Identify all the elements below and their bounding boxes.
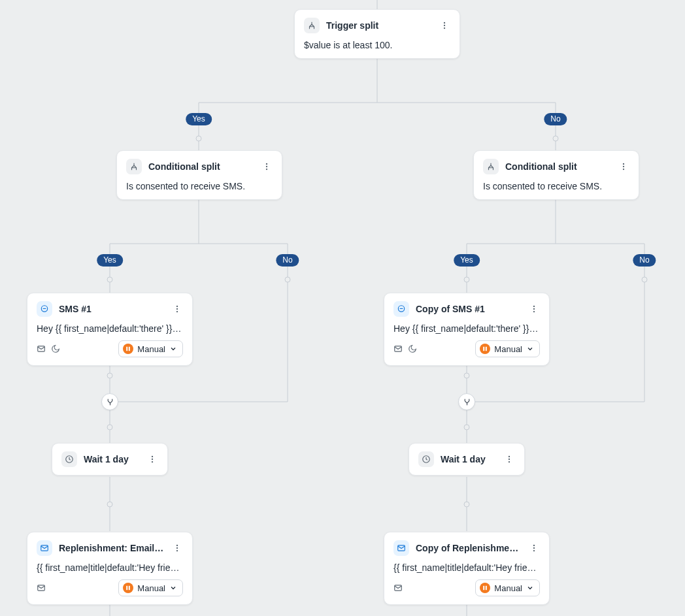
node-conditional-split[interactable]: Conditional split Is consented to receiv… [473,150,639,200]
svg-point-57 [509,459,510,460]
node-wait[interactable]: Wait 1 day [409,443,525,476]
email-icon [37,540,52,556]
svg-point-18 [107,425,112,430]
merge-node[interactable] [101,393,118,410]
svg-point-9 [107,277,112,282]
svg-point-62 [176,550,178,551]
node-conditional-split[interactable]: Conditional split Is consented to receiv… [116,150,282,200]
node-email[interactable]: Replenishment: Email #1 {{ first_name|ti… [27,532,193,605]
branch-badge-no: No [633,254,656,267]
pause-icon [123,583,133,593]
svg-point-45 [533,306,535,307]
branch-badge-no: No [544,113,567,125]
status-pill-manual[interactable]: Manual [475,340,540,357]
svg-point-5 [553,136,558,141]
clock-icon [418,451,434,467]
node-sms[interactable]: Copy of SMS #1 Hey {{ first_name|default… [384,293,550,366]
svg-rect-72 [486,586,487,590]
svg-point-61 [176,547,178,549]
quiet-hours-icon [408,344,417,353]
svg-point-60 [176,545,178,546]
pause-icon [480,583,490,593]
flow-canvas[interactable]: Yes No Yes No Yes No Trigger split $valu… [0,0,685,616]
svg-point-47 [533,311,535,312]
smart-send-icon [393,583,403,592]
svg-point-56 [509,456,510,457]
more-icon[interactable] [261,161,273,172]
node-title: Wait 1 day [441,454,497,464]
more-icon[interactable] [618,161,629,172]
split-icon [483,159,499,174]
pause-icon [480,344,490,354]
svg-point-67 [533,545,535,546]
svg-point-54 [152,461,153,462]
svg-rect-50 [486,347,487,351]
status-pill-manual[interactable]: Manual [118,340,183,357]
more-icon[interactable] [528,542,540,554]
merge-node[interactable] [458,393,475,410]
split-icon [126,159,142,174]
svg-point-68 [533,547,535,549]
sms-icon [393,301,409,317]
svg-point-29 [444,25,445,26]
node-desc: {{ first_name|title|default:'Hey friend'… [37,562,183,573]
more-icon[interactable] [503,453,515,465]
pause-icon [123,344,133,354]
svg-point-20 [107,502,112,507]
svg-point-36 [623,169,624,170]
sms-icon [37,301,52,317]
svg-rect-43 [129,347,130,351]
svg-rect-49 [484,347,485,351]
svg-point-26 [464,502,469,507]
svg-point-14 [464,277,469,282]
node-title: SMS #1 [59,304,165,314]
svg-rect-65 [129,586,130,590]
node-trigger-split[interactable]: Trigger split $value is at least 100. [294,9,460,59]
branch-badge-yes: Yes [97,254,123,267]
node-desc: $value is at least 100. [304,40,450,50]
svg-point-33 [266,169,267,170]
node-title: Conditional split [148,161,254,172]
node-desc: Hey {{ first_name|default:'there' }}, it… [393,323,540,334]
node-title: Copy of Replenishment: Em… [416,543,522,553]
svg-point-23 [464,373,469,378]
clock-icon [61,451,77,467]
more-icon[interactable] [171,303,183,315]
smart-send-icon [393,344,403,353]
svg-rect-71 [484,586,485,590]
node-desc: Is consented to receive SMS. [483,181,629,191]
svg-point-24 [464,425,469,430]
more-icon[interactable] [439,20,450,31]
quiet-hours-icon [51,344,60,353]
status-label: Manual [137,344,165,354]
chevron-down-icon [526,345,534,353]
status-label: Manual [494,344,522,354]
svg-point-32 [266,166,267,167]
chevron-down-icon [526,584,534,592]
svg-point-4 [196,136,201,141]
node-desc: Is consented to receive SMS. [126,181,273,191]
node-desc: {{ first_name|title|default:'Hey friend'… [393,562,540,573]
more-icon[interactable] [171,542,183,554]
more-icon[interactable] [528,303,540,315]
svg-point-35 [623,166,624,167]
chevron-down-icon [169,584,177,592]
node-desc: Hey {{ first_name|default:'there' }}, it… [37,323,183,334]
node-wait[interactable]: Wait 1 day [52,443,168,476]
status-pill-manual[interactable]: Manual [118,579,183,596]
svg-point-53 [152,459,153,460]
svg-point-69 [533,550,535,551]
node-email[interactable]: Copy of Replenishment: Em… {{ first_name… [384,532,550,605]
node-sms[interactable]: SMS #1 Hey {{ first_name|default:'there'… [27,293,193,366]
svg-point-46 [533,308,535,310]
smart-send-icon [37,344,46,353]
svg-rect-42 [127,347,128,351]
svg-point-39 [176,308,178,310]
svg-point-28 [444,22,445,24]
svg-point-17 [107,373,112,378]
node-title: Copy of SMS #1 [416,304,522,314]
status-pill-manual[interactable]: Manual [475,579,540,596]
split-icon [304,18,320,33]
more-icon[interactable] [146,453,158,465]
node-title: Replenishment: Email #1 [59,543,165,553]
